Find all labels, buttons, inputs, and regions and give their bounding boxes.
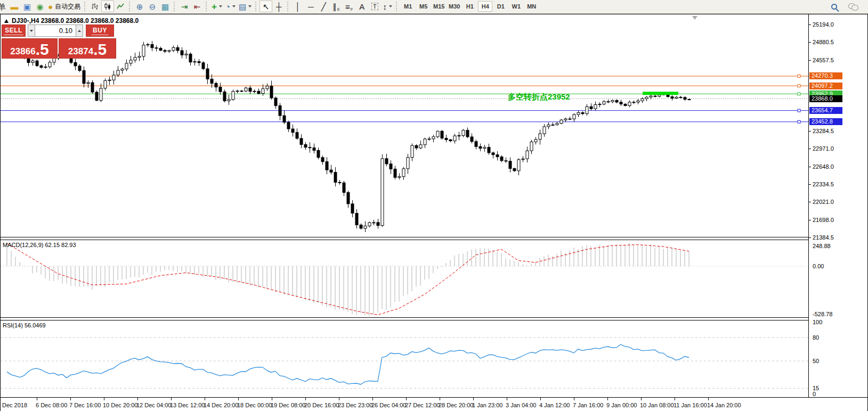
chat-icon[interactable] [847,1,859,12]
timeframe-m15[interactable]: M15 [432,1,446,12]
volume-decrease-button[interactable] [28,24,35,37]
auto-scroll-icon-glyph: ⇥ [181,3,188,11]
time-axis-tick [305,398,306,400]
pane-splitter[interactable] [1,237,867,240]
price-tick-label: 24880.5 [813,39,834,45]
price-tick-label: 22648.0 [813,163,834,170]
chart-title-text: DJ30-,H4 23868.0 23868.0 23868.0 23868.0 [12,17,139,24]
gold-bar-icon[interactable]: ▬ [8,1,21,12]
toolbar-grip [174,2,176,11]
pane-splitter[interactable] [1,317,867,320]
time-axis-tick [440,398,440,400]
crosshair-icon-glyph: ┼ [276,3,282,11]
periods-icon[interactable]: ◔ [224,1,237,12]
timeframe-m30[interactable]: M30 [447,1,461,12]
time-axis-label: 19 Dec 08:00 [271,402,305,408]
volume-input[interactable] [35,24,76,37]
fibonacci-icon[interactable]: ≡F [343,1,355,12]
buy-price-main: 23874 [68,47,93,56]
buy-button[interactable]: BUY [86,24,114,37]
level-price-label[interactable]: 23654.7 [809,107,842,114]
rsi-indicator-label: RSI(14) 56.0469 [3,322,46,328]
main-chart-canvas[interactable] [1,14,808,237]
price-axis[interactable]: 25194.024880.524557.523284.522971.022648… [808,14,867,397]
sell-price-main: 23866 [10,47,35,56]
toolbar-grip [129,2,131,11]
zoom-out-icon[interactable]: ⊖ [146,1,159,12]
dropdown-arrow-icon [248,5,252,7]
collapse-panel-icon[interactable] [4,19,9,23]
search-icon[interactable] [828,1,840,12]
triangle-down-icon [30,30,33,32]
price-tick-label: 21384.5 [813,234,834,241]
price-tick-label: 22334.5 [813,181,834,187]
time-axis-label: 18 Dec 00:00 [237,402,272,408]
level-price-label[interactable]: 23452.8 [809,118,842,125]
cursor-icon[interactable]: ↖ [259,1,272,12]
timeframe-m1[interactable]: M1 [401,1,415,12]
timeframe-d1[interactable]: D1 [493,1,508,12]
terminal-icon[interactable]: ▣ [21,1,34,12]
arrows-icon[interactable]: ↕ [381,1,394,12]
time-axis-tick [272,398,272,400]
timeframe-mn[interactable]: MN [524,1,539,12]
line-chart-icon[interactable] [114,1,127,12]
fibonacci-icon-glyph: ≡ [345,3,350,11]
auto-scroll-icon[interactable]: ⇥ [178,1,191,12]
timeframe-w1[interactable]: W1 [509,1,523,12]
current-price-label[interactable]: 23868.0 [809,95,842,102]
sell-button[interactable]: SELL [2,24,26,37]
macd-pane-canvas[interactable] [1,240,808,317]
mt4-terminal: 单▬▣◉●自动交易⊕⊖▦⇥⇤+◔▤↖┼│─╱∥E≡FAT↕M1M5M15M30H… [0,0,868,411]
time-axis-tick [104,398,104,400]
price-tick-label: 22021.0 [813,199,834,205]
signal-icon-glyph: ◉ [36,3,43,11]
chart-shift-icon[interactable]: ⇤ [191,1,204,12]
level-price-label[interactable]: 24097.2 [809,83,842,89]
gold-bar-icon-glyph: ▬ [11,3,19,11]
buy-button-label: BUY [92,27,108,35]
timeframe-h4[interactable]: H4 [478,1,492,12]
horizontal-line-icon-glyph: ─ [308,3,314,11]
chart-window: DJ30-,H4 23868.0 23868.0 23868.0 23868.0… [0,14,868,411]
chat-icon [848,3,858,10]
toolbar-grip [287,2,289,11]
candlestick-chart-icon[interactable] [101,1,114,12]
crosshair-icon[interactable]: ┼ [272,1,285,12]
time-axis-tick [540,398,541,400]
tile-windows-icon[interactable]: ▦ [159,1,172,12]
timeframe-h1[interactable]: H1 [463,1,477,12]
trendline-icon[interactable]: ╱ [317,1,330,12]
chart-shift-marker-icon[interactable] [692,16,697,20]
time-axis-tick [473,398,474,400]
volume-increase-button[interactable] [76,24,83,37]
auto-trading-icon-glyph: ● [48,3,53,11]
sell-price-display[interactable]: 23866 .5 [2,38,58,59]
auto-trading-icon[interactable]: ●自动交易 [46,1,82,12]
macd-axis-label: 248.88 [813,243,831,249]
signal-icon[interactable]: ◉ [34,1,46,12]
price-tick-label: 22971.0 [813,145,834,152]
indicators-icon[interactable]: + [210,1,224,12]
text-icon[interactable]: A [355,1,368,12]
timeframe-m5[interactable]: M5 [416,1,431,12]
templates-icon[interactable]: ▤ [237,1,253,12]
text-label-icon[interactable]: T [368,1,381,12]
price-tick-label: 23284.5 [813,128,834,134]
rsi-pane-canvas[interactable] [1,320,808,397]
time-axis-label: Dec 2018 [2,402,27,408]
equidistant-channel-icon[interactable]: ∥E [330,1,343,12]
buy-price-display[interactable]: 23874 .5 [59,38,116,59]
level-price-label[interactable]: 24270.3 [809,72,842,79]
zoom-in-icon[interactable]: ⊕ [133,1,146,12]
new-order-icon[interactable]: 单 [0,1,8,12]
bar-chart-icon[interactable] [88,1,101,12]
time-axis-tick [708,398,709,400]
vertical-line-icon[interactable]: │ [291,1,304,12]
horizontal-line-icon[interactable]: ─ [304,1,317,12]
macd-axis-label: 0.00 [813,263,824,269]
time-axis-label: 14 Jan 20:00 [707,402,741,408]
time-axis[interactable]: Dec 20186 Dec 08:007 Dec 16:0010 Dec 20:… [1,397,867,411]
price-tick-label: 24557.5 [813,57,834,63]
rsi-axis-label: 100 [813,319,822,325]
